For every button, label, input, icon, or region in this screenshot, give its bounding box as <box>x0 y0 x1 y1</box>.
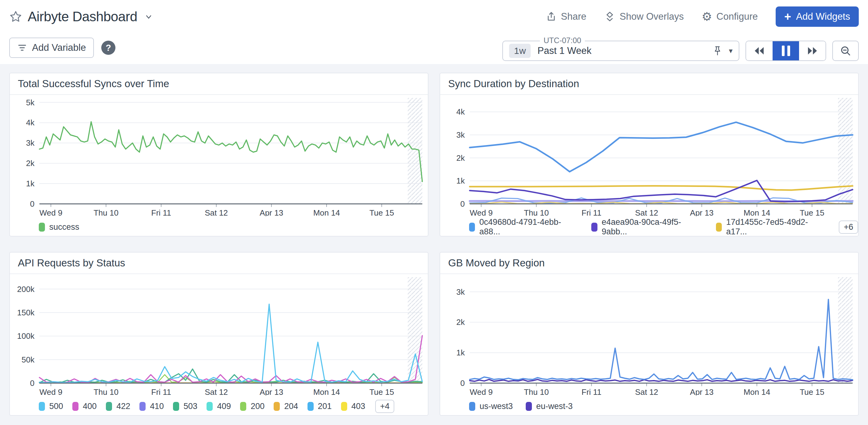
legend-color-chip <box>526 402 532 411</box>
legend-label: 0c49680d-4791-4ebb-a88... <box>479 217 578 237</box>
svg-text:200k: 200k <box>17 284 35 294</box>
svg-text:0: 0 <box>30 199 34 209</box>
gb-moved-chart[interactable]: 01k2k3kWed 9Thu 10Fri 11Sat 12Apr 13Mon … <box>440 274 858 395</box>
legend-item[interactable]: 409 <box>207 402 231 411</box>
timezone-label: UTC-07:00 <box>540 36 585 45</box>
favorite-star-icon[interactable] <box>9 10 22 23</box>
widget-sync-duration: Sync Duration by Destination 01k2k3k4kWe… <box>439 73 859 237</box>
svg-text:Mon 14: Mon 14 <box>744 208 770 216</box>
legend-label: eu-west-3 <box>536 402 573 411</box>
svg-text:Sat 12: Sat 12 <box>205 388 228 395</box>
pin-icon[interactable] <box>713 45 722 56</box>
legend-color-chip <box>39 402 45 411</box>
widget-title: API Requests by Status <box>18 257 125 269</box>
legend-label: e4aea90a-90ca-49f5-9abb... <box>602 217 703 237</box>
widget-gb-moved: GB Moved by Region 01k2k3kWed 9Thu 10Fri… <box>439 252 859 416</box>
legend-label: 17d1455c-7ed5-49d2-a17... <box>726 217 825 237</box>
legend-item[interactable]: 400 <box>72 402 97 411</box>
dashboard-grid: Total Successful Syncs over Time 01k2k3k… <box>0 64 868 416</box>
gb-moved-legend: us-west3eu-west-3 <box>440 395 858 416</box>
chart-canvas: 050k100k150k200kWed 9Thu 10Fri 11Sat 12A… <box>11 275 427 395</box>
svg-text:Wed 9: Wed 9 <box>470 388 493 395</box>
svg-text:Thu 10: Thu 10 <box>94 208 119 216</box>
svg-text:Tue 15: Tue 15 <box>369 208 394 216</box>
legend-item[interactable]: 17d1455c-7ed5-49d2-a17... <box>716 217 825 237</box>
title-dropdown-chevron-icon[interactable] <box>144 12 153 21</box>
zoom-out-icon <box>840 45 851 56</box>
legend-item[interactable]: 410 <box>140 402 164 411</box>
legend-color-chip <box>308 402 314 411</box>
svg-text:Fri 11: Fri 11 <box>582 388 601 395</box>
svg-text:Sat 12: Sat 12 <box>635 208 658 216</box>
svg-text:Tue 15: Tue 15 <box>800 388 824 395</box>
svg-text:5k: 5k <box>26 98 35 107</box>
legend-overflow-badge[interactable]: +4 <box>375 400 395 413</box>
svg-text:Thu 10: Thu 10 <box>524 388 549 395</box>
api-requests-chart[interactable]: 050k100k150k200kWed 9Thu 10Fri 11Sat 12A… <box>10 274 428 395</box>
legend-overflow-badge[interactable]: +6 <box>839 220 858 234</box>
legend-label: 422 <box>116 402 130 411</box>
top-bar: Airbyte Dashboard Share Show Overlays ⚙ … <box>0 0 868 33</box>
legend-label: 503 <box>183 402 197 411</box>
legend-color-chip <box>274 402 280 411</box>
svg-text:150k: 150k <box>17 308 35 317</box>
legend-item[interactable]: 201 <box>308 402 332 411</box>
legend-item[interactable]: 403 <box>341 402 365 411</box>
legend-color-chip <box>207 402 213 411</box>
svg-text:Wed 9: Wed 9 <box>470 208 493 216</box>
time-dropdown-caret-icon[interactable]: ▾ <box>729 47 733 55</box>
share-icon <box>546 11 557 22</box>
help-icon[interactable]: ? <box>101 41 116 55</box>
svg-text:2k: 2k <box>457 317 465 327</box>
legend-item[interactable]: 500 <box>39 402 63 411</box>
widget-title: GB Moved by Region <box>448 257 545 269</box>
total-syncs-chart[interactable]: 01k2k3k4k5kWed 9Thu 10Fri 11Sat 12Apr 13… <box>10 95 428 216</box>
pause-button[interactable] <box>773 41 799 60</box>
legend-item[interactable]: 200 <box>240 402 265 411</box>
sync-duration-chart[interactable]: 01k2k3k4kWed 9Thu 10Fri 11Sat 12Apr 13Mo… <box>440 95 858 216</box>
legend-color-chip <box>469 402 475 411</box>
legend-color-chip <box>469 223 475 232</box>
svg-text:Apr 13: Apr 13 <box>260 388 283 395</box>
svg-text:1k: 1k <box>457 348 465 357</box>
svg-text:Apr 13: Apr 13 <box>260 208 283 216</box>
legend-label: 400 <box>83 402 97 411</box>
legend-item[interactable]: us-west3 <box>469 402 513 411</box>
svg-text:Wed 9: Wed 9 <box>39 388 62 395</box>
legend-item[interactable]: e4aea90a-90ca-49f5-9abb... <box>591 217 703 237</box>
show-overlays-button[interactable]: Show Overlays <box>604 11 684 22</box>
legend-label: success <box>49 222 80 232</box>
legend-color-chip <box>106 402 112 411</box>
legend-color-chip <box>716 223 722 232</box>
range-short-chip[interactable]: 1w <box>509 44 531 58</box>
legend-label: 500 <box>49 402 63 411</box>
svg-text:2k: 2k <box>26 159 35 168</box>
overlays-icon <box>604 11 615 22</box>
legend-label: 204 <box>284 402 298 411</box>
share-button[interactable]: Share <box>546 11 586 22</box>
legend-item[interactable]: 0c49680d-4791-4ebb-a88... <box>469 217 578 237</box>
total-syncs-legend: success <box>10 216 428 237</box>
add-variable-button[interactable]: Add Variable <box>9 37 94 58</box>
legend-item[interactable]: 204 <box>274 402 298 411</box>
zoom-out-button[interactable] <box>832 41 859 61</box>
svg-text:1k: 1k <box>26 179 35 188</box>
legend-item[interactable]: 503 <box>173 402 197 411</box>
rewind-button[interactable] <box>746 41 773 60</box>
legend-item[interactable]: 422 <box>106 402 130 411</box>
time-range-selector[interactable]: UTC-07:00 1w Past 1 Week ▾ <box>502 41 739 61</box>
legend-item[interactable]: success <box>39 222 80 232</box>
svg-text:Fri 11: Fri 11 <box>151 388 171 395</box>
add-widgets-button[interactable]: + Add Widgets <box>776 6 859 27</box>
svg-text:Thu 10: Thu 10 <box>94 388 119 395</box>
api-requests-legend: 500400422410503409200204201403+4 <box>10 395 428 416</box>
fast-forward-button[interactable] <box>799 41 826 60</box>
svg-text:Mon 14: Mon 14 <box>313 388 340 395</box>
configure-button[interactable]: ⚙ Configure <box>702 11 758 23</box>
svg-text:Sat 12: Sat 12 <box>205 208 228 216</box>
legend-item[interactable]: eu-west-3 <box>526 402 573 411</box>
widget-header: Sync Duration by Destination <box>440 73 858 95</box>
filter-icon <box>17 43 27 53</box>
legend-label: 200 <box>251 402 265 411</box>
svg-text:1k: 1k <box>457 176 465 185</box>
